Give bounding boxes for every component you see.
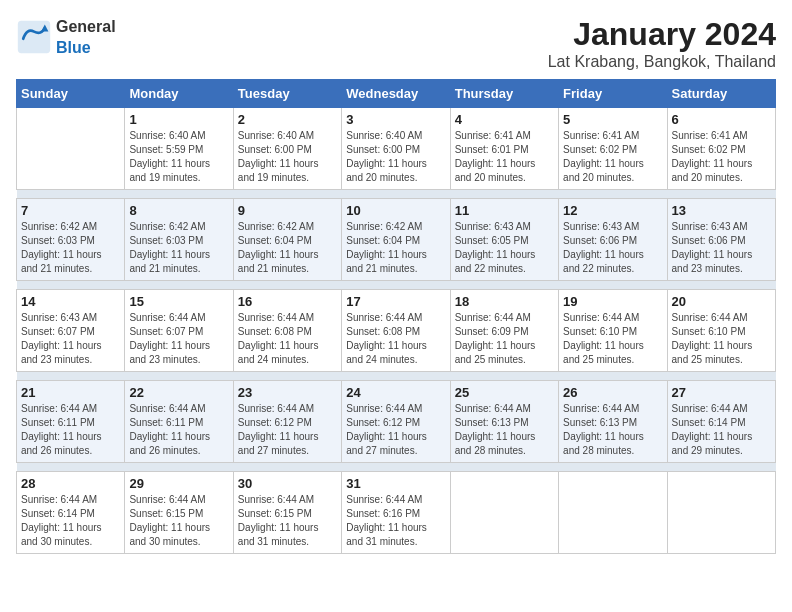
- calendar-cell: 16Sunrise: 6:44 AM Sunset: 6:08 PM Dayli…: [233, 290, 341, 372]
- day-number: 14: [21, 294, 120, 309]
- calendar-cell: 30Sunrise: 6:44 AM Sunset: 6:15 PM Dayli…: [233, 472, 341, 554]
- day-number: 19: [563, 294, 662, 309]
- day-detail: Sunrise: 6:44 AM Sunset: 6:15 PM Dayligh…: [238, 493, 337, 549]
- calendar-cell: 10Sunrise: 6:42 AM Sunset: 6:04 PM Dayli…: [342, 199, 450, 281]
- day-detail: Sunrise: 6:42 AM Sunset: 6:03 PM Dayligh…: [21, 220, 120, 276]
- day-detail: Sunrise: 6:44 AM Sunset: 6:08 PM Dayligh…: [238, 311, 337, 367]
- header-day-friday: Friday: [559, 80, 667, 108]
- day-number: 21: [21, 385, 120, 400]
- calendar-cell: 11Sunrise: 6:43 AM Sunset: 6:05 PM Dayli…: [450, 199, 558, 281]
- day-number: 17: [346, 294, 445, 309]
- calendar-cell: 19Sunrise: 6:44 AM Sunset: 6:10 PM Dayli…: [559, 290, 667, 372]
- day-detail: Sunrise: 6:41 AM Sunset: 6:01 PM Dayligh…: [455, 129, 554, 185]
- calendar-cell: [17, 108, 125, 190]
- calendar-cell: 3Sunrise: 6:40 AM Sunset: 6:00 PM Daylig…: [342, 108, 450, 190]
- day-detail: Sunrise: 6:44 AM Sunset: 6:16 PM Dayligh…: [346, 493, 445, 549]
- calendar-cell: 25Sunrise: 6:44 AM Sunset: 6:13 PM Dayli…: [450, 381, 558, 463]
- day-detail: Sunrise: 6:43 AM Sunset: 6:06 PM Dayligh…: [672, 220, 771, 276]
- calendar-cell: 28Sunrise: 6:44 AM Sunset: 6:14 PM Dayli…: [17, 472, 125, 554]
- header-day-wednesday: Wednesday: [342, 80, 450, 108]
- logo-blue-text: Blue: [56, 39, 91, 56]
- day-number: 16: [238, 294, 337, 309]
- calendar-cell: 14Sunrise: 6:43 AM Sunset: 6:07 PM Dayli…: [17, 290, 125, 372]
- calendar-cell: 23Sunrise: 6:44 AM Sunset: 6:12 PM Dayli…: [233, 381, 341, 463]
- day-detail: Sunrise: 6:42 AM Sunset: 6:04 PM Dayligh…: [238, 220, 337, 276]
- logo: General Blue: [16, 16, 116, 58]
- calendar-cell: 17Sunrise: 6:44 AM Sunset: 6:08 PM Dayli…: [342, 290, 450, 372]
- day-number: 5: [563, 112, 662, 127]
- calendar-cell: 26Sunrise: 6:44 AM Sunset: 6:13 PM Dayli…: [559, 381, 667, 463]
- header-day-thursday: Thursday: [450, 80, 558, 108]
- week-row-2: 7Sunrise: 6:42 AM Sunset: 6:03 PM Daylig…: [17, 199, 776, 281]
- day-detail: Sunrise: 6:40 AM Sunset: 6:00 PM Dayligh…: [346, 129, 445, 185]
- day-detail: Sunrise: 6:44 AM Sunset: 6:11 PM Dayligh…: [21, 402, 120, 458]
- day-detail: Sunrise: 6:43 AM Sunset: 6:05 PM Dayligh…: [455, 220, 554, 276]
- day-number: 29: [129, 476, 228, 491]
- day-number: 11: [455, 203, 554, 218]
- calendar-cell: 29Sunrise: 6:44 AM Sunset: 6:15 PM Dayli…: [125, 472, 233, 554]
- calendar-table: SundayMondayTuesdayWednesdayThursdayFrid…: [16, 79, 776, 554]
- day-number: 30: [238, 476, 337, 491]
- day-detail: Sunrise: 6:44 AM Sunset: 6:14 PM Dayligh…: [21, 493, 120, 549]
- calendar-cell: 7Sunrise: 6:42 AM Sunset: 6:03 PM Daylig…: [17, 199, 125, 281]
- day-detail: Sunrise: 6:44 AM Sunset: 6:08 PM Dayligh…: [346, 311, 445, 367]
- week-row-5: 28Sunrise: 6:44 AM Sunset: 6:14 PM Dayli…: [17, 472, 776, 554]
- day-number: 9: [238, 203, 337, 218]
- header-day-tuesday: Tuesday: [233, 80, 341, 108]
- logo-general-text: General: [56, 18, 116, 35]
- day-number: 3: [346, 112, 445, 127]
- day-number: 23: [238, 385, 337, 400]
- logo-icon: [16, 19, 52, 55]
- day-detail: Sunrise: 6:44 AM Sunset: 6:07 PM Dayligh…: [129, 311, 228, 367]
- day-detail: Sunrise: 6:44 AM Sunset: 6:11 PM Dayligh…: [129, 402, 228, 458]
- week-separator: [17, 281, 776, 290]
- day-number: 22: [129, 385, 228, 400]
- header-day-sunday: Sunday: [17, 80, 125, 108]
- day-number: 24: [346, 385, 445, 400]
- week-row-3: 14Sunrise: 6:43 AM Sunset: 6:07 PM Dayli…: [17, 290, 776, 372]
- week-separator: [17, 190, 776, 199]
- calendar-cell: 27Sunrise: 6:44 AM Sunset: 6:14 PM Dayli…: [667, 381, 775, 463]
- day-detail: Sunrise: 6:44 AM Sunset: 6:10 PM Dayligh…: [672, 311, 771, 367]
- day-number: 4: [455, 112, 554, 127]
- header-day-monday: Monday: [125, 80, 233, 108]
- day-number: 20: [672, 294, 771, 309]
- calendar-cell: 2Sunrise: 6:40 AM Sunset: 6:00 PM Daylig…: [233, 108, 341, 190]
- calendar-cell: 21Sunrise: 6:44 AM Sunset: 6:11 PM Dayli…: [17, 381, 125, 463]
- calendar-cell: 18Sunrise: 6:44 AM Sunset: 6:09 PM Dayli…: [450, 290, 558, 372]
- calendar-cell: 9Sunrise: 6:42 AM Sunset: 6:04 PM Daylig…: [233, 199, 341, 281]
- day-detail: Sunrise: 6:44 AM Sunset: 6:12 PM Dayligh…: [238, 402, 337, 458]
- day-number: 10: [346, 203, 445, 218]
- day-number: 1: [129, 112, 228, 127]
- week-separator: [17, 372, 776, 381]
- calendar-cell: 22Sunrise: 6:44 AM Sunset: 6:11 PM Dayli…: [125, 381, 233, 463]
- calendar-subtitle: Lat Krabang, Bangkok, Thailand: [548, 53, 776, 71]
- day-detail: Sunrise: 6:44 AM Sunset: 6:09 PM Dayligh…: [455, 311, 554, 367]
- day-detail: Sunrise: 6:44 AM Sunset: 6:13 PM Dayligh…: [455, 402, 554, 458]
- week-row-4: 21Sunrise: 6:44 AM Sunset: 6:11 PM Dayli…: [17, 381, 776, 463]
- day-detail: Sunrise: 6:44 AM Sunset: 6:15 PM Dayligh…: [129, 493, 228, 549]
- day-number: 27: [672, 385, 771, 400]
- day-detail: Sunrise: 6:40 AM Sunset: 6:00 PM Dayligh…: [238, 129, 337, 185]
- page-header: General Blue January 2024 Lat Krabang, B…: [16, 16, 776, 71]
- day-number: 7: [21, 203, 120, 218]
- day-number: 6: [672, 112, 771, 127]
- day-number: 15: [129, 294, 228, 309]
- day-detail: Sunrise: 6:41 AM Sunset: 6:02 PM Dayligh…: [563, 129, 662, 185]
- title-block: January 2024 Lat Krabang, Bangkok, Thail…: [548, 16, 776, 71]
- day-number: 2: [238, 112, 337, 127]
- day-detail: Sunrise: 6:43 AM Sunset: 6:06 PM Dayligh…: [563, 220, 662, 276]
- header-day-saturday: Saturday: [667, 80, 775, 108]
- calendar-cell: [559, 472, 667, 554]
- calendar-header-row: SundayMondayTuesdayWednesdayThursdayFrid…: [17, 80, 776, 108]
- day-detail: Sunrise: 6:44 AM Sunset: 6:14 PM Dayligh…: [672, 402, 771, 458]
- calendar-cell: 20Sunrise: 6:44 AM Sunset: 6:10 PM Dayli…: [667, 290, 775, 372]
- calendar-cell: 6Sunrise: 6:41 AM Sunset: 6:02 PM Daylig…: [667, 108, 775, 190]
- calendar-title: January 2024: [548, 16, 776, 53]
- calendar-cell: 13Sunrise: 6:43 AM Sunset: 6:06 PM Dayli…: [667, 199, 775, 281]
- calendar-cell: 12Sunrise: 6:43 AM Sunset: 6:06 PM Dayli…: [559, 199, 667, 281]
- day-number: 28: [21, 476, 120, 491]
- calendar-cell: 15Sunrise: 6:44 AM Sunset: 6:07 PM Dayli…: [125, 290, 233, 372]
- week-separator: [17, 463, 776, 472]
- day-number: 26: [563, 385, 662, 400]
